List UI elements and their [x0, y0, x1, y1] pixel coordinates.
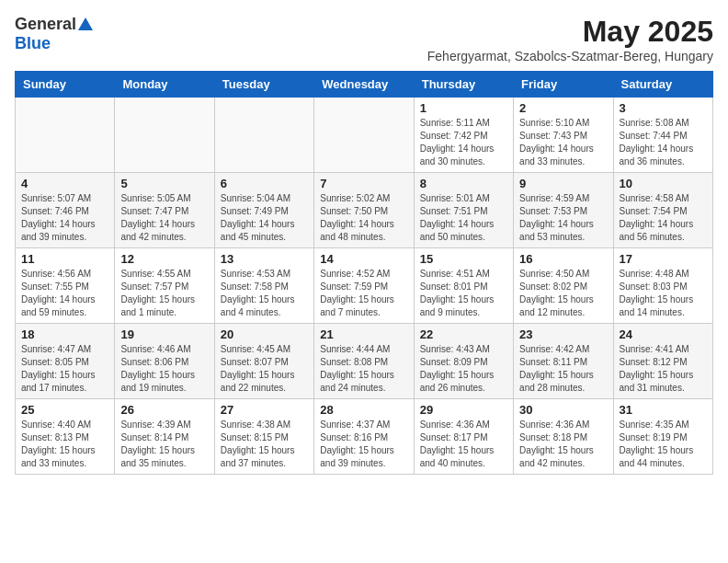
- page-header: General Blue May 2025 Fehergyarmat, Szab…: [15, 15, 713, 63]
- table-row: 19Sunrise: 4:46 AMSunset: 8:06 PMDayligh…: [115, 324, 214, 399]
- table-row: 10Sunrise: 4:58 AMSunset: 7:54 PMDayligh…: [613, 173, 712, 248]
- day-info: Sunrise: 4:50 AMSunset: 8:02 PMDaylight:…: [519, 268, 607, 319]
- day-info: Sunrise: 4:53 AMSunset: 7:58 PMDaylight:…: [221, 268, 308, 319]
- day-info: Sunrise: 5:01 AMSunset: 7:51 PMDaylight:…: [420, 192, 507, 244]
- day-number: 29: [420, 403, 507, 417]
- table-row: 5Sunrise: 5:05 AMSunset: 7:47 PMDaylight…: [115, 173, 214, 248]
- day-info: Sunrise: 4:59 AMSunset: 7:53 PMDaylight:…: [519, 192, 607, 244]
- calendar-header-row: SundayMondayTuesdayWednesdayThursdayFrid…: [16, 72, 713, 98]
- table-row: 16Sunrise: 4:50 AMSunset: 8:02 PMDayligh…: [514, 248, 613, 324]
- day-info: Sunrise: 4:43 AMSunset: 8:09 PMDaylight:…: [420, 343, 507, 395]
- calendar-week-row: 11Sunrise: 4:56 AMSunset: 7:55 PMDayligh…: [16, 248, 713, 324]
- day-info: Sunrise: 4:52 AMSunset: 7:59 PMDaylight:…: [320, 268, 407, 319]
- table-row: 15Sunrise: 4:51 AMSunset: 8:01 PMDayligh…: [414, 248, 513, 324]
- table-row: 9Sunrise: 4:59 AMSunset: 7:53 PMDaylight…: [514, 173, 613, 248]
- day-number: 9: [519, 177, 607, 190]
- table-row: 31Sunrise: 4:35 AMSunset: 8:19 PMDayligh…: [613, 399, 712, 475]
- day-info: Sunrise: 4:56 AMSunset: 7:55 PMDaylight:…: [21, 268, 108, 319]
- table-row: 2Sunrise: 5:10 AMSunset: 7:43 PMDaylight…: [514, 98, 613, 173]
- day-number: 16: [519, 252, 607, 266]
- table-row: 21Sunrise: 4:44 AMSunset: 8:08 PMDayligh…: [314, 324, 414, 399]
- weekday-header-saturday: Saturday: [613, 72, 712, 98]
- table-row: [314, 98, 414, 173]
- day-info: Sunrise: 5:05 AMSunset: 7:47 PMDaylight:…: [120, 192, 208, 244]
- day-info: Sunrise: 5:07 AMSunset: 7:46 PMDaylight:…: [21, 192, 108, 244]
- table-row: 25Sunrise: 4:40 AMSunset: 8:13 PMDayligh…: [16, 399, 115, 475]
- weekday-header-monday: Monday: [115, 72, 214, 98]
- day-info: Sunrise: 4:41 AMSunset: 8:12 PMDaylight:…: [620, 343, 707, 395]
- day-info: Sunrise: 5:10 AMSunset: 7:43 PMDaylight:…: [519, 117, 607, 168]
- day-number: 10: [620, 177, 707, 190]
- svg-marker-0: [78, 17, 93, 30]
- day-info: Sunrise: 4:55 AMSunset: 7:57 PMDaylight:…: [120, 268, 208, 319]
- table-row: 12Sunrise: 4:55 AMSunset: 7:57 PMDayligh…: [115, 248, 214, 324]
- table-row: 29Sunrise: 4:36 AMSunset: 8:17 PMDayligh…: [414, 399, 513, 475]
- day-number: 30: [519, 403, 607, 417]
- day-info: Sunrise: 4:37 AMSunset: 8:16 PMDaylight:…: [320, 419, 407, 470]
- calendar-week-row: 1Sunrise: 5:11 AMSunset: 7:42 PMDaylight…: [16, 98, 713, 173]
- day-info: Sunrise: 5:08 AMSunset: 7:44 PMDaylight:…: [620, 117, 707, 168]
- day-info: Sunrise: 4:44 AMSunset: 8:08 PMDaylight:…: [320, 343, 407, 395]
- day-number: 11: [21, 252, 108, 266]
- day-info: Sunrise: 4:46 AMSunset: 8:06 PMDaylight:…: [120, 343, 208, 395]
- day-number: 20: [221, 327, 308, 341]
- day-info: Sunrise: 4:38 AMSunset: 8:15 PMDaylight:…: [221, 419, 308, 470]
- calendar-table: SundayMondayTuesdayWednesdayThursdayFrid…: [15, 71, 713, 475]
- weekday-header-friday: Friday: [514, 72, 613, 98]
- weekday-header-sunday: Sunday: [16, 72, 115, 98]
- day-number: 13: [221, 252, 308, 266]
- table-row: 1Sunrise: 5:11 AMSunset: 7:42 PMDaylight…: [414, 98, 513, 173]
- day-number: 12: [120, 252, 208, 266]
- table-row: 27Sunrise: 4:38 AMSunset: 8:15 PMDayligh…: [214, 399, 313, 475]
- day-info: Sunrise: 4:35 AMSunset: 8:19 PMDaylight:…: [620, 419, 707, 470]
- logo-blue-text: Blue: [15, 34, 51, 52]
- day-info: Sunrise: 5:02 AMSunset: 7:50 PMDaylight:…: [320, 192, 407, 244]
- day-number: 27: [221, 403, 308, 417]
- day-info: Sunrise: 4:47 AMSunset: 8:05 PMDaylight:…: [21, 343, 108, 395]
- day-info: Sunrise: 4:48 AMSunset: 8:03 PMDaylight:…: [620, 268, 707, 319]
- table-row: 7Sunrise: 5:02 AMSunset: 7:50 PMDaylight…: [314, 173, 414, 248]
- table-row: 26Sunrise: 4:39 AMSunset: 8:14 PMDayligh…: [115, 399, 214, 475]
- table-row: 22Sunrise: 4:43 AMSunset: 8:09 PMDayligh…: [414, 324, 513, 399]
- day-number: 4: [21, 177, 108, 190]
- day-number: 31: [620, 403, 707, 417]
- table-row: [214, 98, 313, 173]
- day-number: 2: [519, 101, 607, 115]
- day-number: 23: [519, 327, 607, 341]
- calendar-week-row: 4Sunrise: 5:07 AMSunset: 7:46 PMDaylight…: [16, 173, 713, 248]
- table-row: 20Sunrise: 4:45 AMSunset: 8:07 PMDayligh…: [214, 324, 313, 399]
- day-number: 18: [21, 327, 108, 341]
- logo-general-text: General: [15, 15, 76, 34]
- weekday-header-wednesday: Wednesday: [314, 72, 414, 98]
- table-row: 13Sunrise: 4:53 AMSunset: 7:58 PMDayligh…: [214, 248, 313, 324]
- weekday-header-tuesday: Tuesday: [214, 72, 313, 98]
- day-number: 15: [420, 252, 507, 266]
- day-info: Sunrise: 4:40 AMSunset: 8:13 PMDaylight:…: [21, 419, 108, 470]
- table-row: 4Sunrise: 5:07 AMSunset: 7:46 PMDaylight…: [16, 173, 115, 248]
- title-block: May 2025 Fehergyarmat, Szabolcs-Szatmar-…: [427, 15, 713, 63]
- weekday-header-thursday: Thursday: [414, 72, 513, 98]
- day-number: 3: [620, 101, 707, 115]
- table-row: 17Sunrise: 4:48 AMSunset: 8:03 PMDayligh…: [613, 248, 712, 324]
- table-row: 8Sunrise: 5:01 AMSunset: 7:51 PMDaylight…: [414, 173, 513, 248]
- logo-icon: [77, 16, 94, 32]
- day-number: 25: [21, 403, 108, 417]
- location-title: Fehergyarmat, Szabolcs-Szatmar-Bereg, Hu…: [427, 49, 713, 63]
- table-row: 6Sunrise: 5:04 AMSunset: 7:49 PMDaylight…: [214, 173, 313, 248]
- day-number: 5: [120, 177, 208, 190]
- table-row: 18Sunrise: 4:47 AMSunset: 8:05 PMDayligh…: [16, 324, 115, 399]
- day-info: Sunrise: 4:51 AMSunset: 8:01 PMDaylight:…: [420, 268, 507, 319]
- table-row: 3Sunrise: 5:08 AMSunset: 7:44 PMDaylight…: [613, 98, 712, 173]
- table-row: 30Sunrise: 4:36 AMSunset: 8:18 PMDayligh…: [514, 399, 613, 475]
- day-number: 1: [420, 101, 507, 115]
- day-number: 7: [320, 177, 407, 190]
- day-number: 17: [620, 252, 707, 266]
- day-info: Sunrise: 4:42 AMSunset: 8:11 PMDaylight:…: [519, 343, 607, 395]
- day-info: Sunrise: 5:04 AMSunset: 7:49 PMDaylight:…: [221, 192, 308, 244]
- calendar-week-row: 18Sunrise: 4:47 AMSunset: 8:05 PMDayligh…: [16, 324, 713, 399]
- day-info: Sunrise: 4:45 AMSunset: 8:07 PMDaylight:…: [221, 343, 308, 395]
- table-row: 11Sunrise: 4:56 AMSunset: 7:55 PMDayligh…: [16, 248, 115, 324]
- month-title: May 2025: [427, 15, 713, 49]
- day-number: 21: [320, 327, 407, 341]
- table-row: 24Sunrise: 4:41 AMSunset: 8:12 PMDayligh…: [613, 324, 712, 399]
